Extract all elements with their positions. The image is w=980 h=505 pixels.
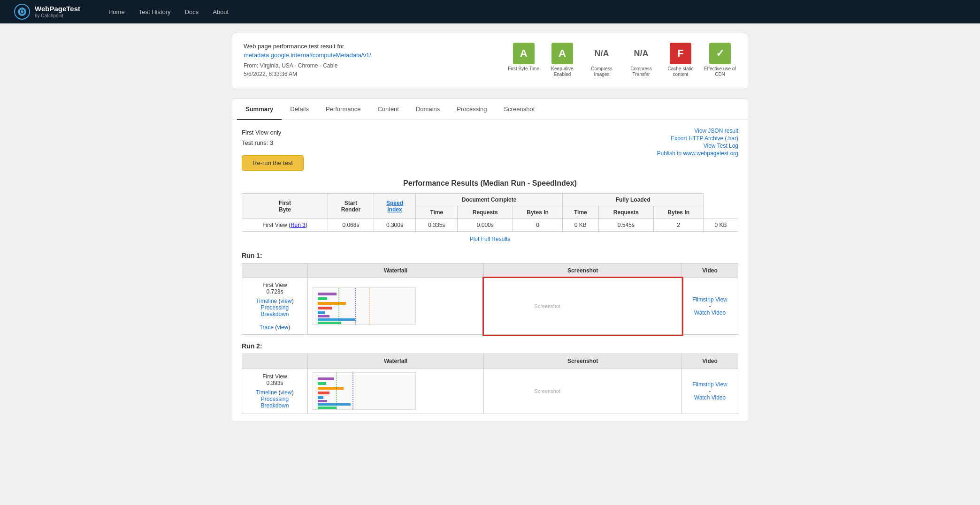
perf-table: FirstByte StartRender SpeedIndex Documen… [242,193,738,232]
cell-doc-bytes: 0 KB [563,219,598,232]
tab-summary[interactable]: Summary [237,99,282,120]
grade-compress-images: N/A Compress Images [585,43,618,77]
logo-icon [14,4,30,20]
col-waterfall-run2: Waterfall [308,354,484,369]
export-har-link[interactable]: Export HTTP Archive (.har) [671,135,738,142]
cell-fl-requests: 2 [654,219,704,232]
brand-sub: by Catchpoint [35,13,80,18]
run1-waterfall-cell [308,278,484,335]
nav-docs[interactable]: Docs [185,8,199,15]
cell-first-byte: 0.068s [328,219,374,232]
grade-box-keep-alive: A [551,43,573,64]
run2-info-cell: First View 0.393s Timeline (view) Proces… [242,369,308,414]
tab-screenshot[interactable]: Screenshot [496,99,544,120]
run1-trace-view[interactable]: view [277,324,288,331]
col-video-run2: Video [682,354,738,369]
tab-details[interactable]: Details [282,99,317,120]
col-doc-complete: Document Complete [416,194,563,206]
grade-first-byte: A First Byte Time [508,43,539,72]
col-empty-run2 [242,354,308,369]
run2-filmstrip-link[interactable]: Filmstrip View [692,381,727,388]
run1-processing-link[interactable]: Processing Breakdown [260,304,289,317]
tab-performance[interactable]: Performance [317,99,369,120]
svg-rect-17 [318,387,344,390]
result-date: 5/6/2022, 6:33:36 AM [244,71,494,77]
svg-rect-19 [318,396,323,399]
rerun-button[interactable]: Re-run the test [242,155,304,171]
perf-title: Performance Results (Median Run - SpeedI… [242,179,738,188]
col-waterfall-run1: Waterfall [308,264,484,278]
grade-label-keep-alive: Keep-alive Enabled [546,66,579,77]
tab-domains[interactable]: Domains [407,99,448,120]
run2-waterfall-cell [308,369,484,414]
plot-link-container: Plot Full Results [242,235,738,242]
cell-fl-bytes: 0 KB [704,219,738,232]
run2-video-cell: Filmstrip View - Watch Video [682,369,738,414]
run1-trace-link[interactable]: Trace [260,324,274,331]
col-screenshot-run1: Screenshot [484,264,682,278]
result-url[interactable]: metadata.google.internal/computeMetadata… [244,52,371,59]
grade-box-first-byte: A [513,43,535,64]
run1-table: Waterfall Screenshot Video First View 0.… [242,263,738,335]
nav-home[interactable]: Home [108,8,125,15]
svg-point-1 [21,10,23,13]
view-info-right: View JSON result Export HTTP Archive (.h… [657,128,738,157]
run1-info-cell: First View 0.723s Timeline (view) Proces… [242,278,308,335]
view-log-link[interactable]: View Test Log [704,143,738,149]
view-info: First View only Test runs: 3 Re-run the … [242,128,738,171]
run3-link[interactable]: Run 3 [291,222,306,228]
col-video-run1: Video [682,264,738,278]
cell-first-view: First View (Run 3) [242,219,328,232]
grade-cdn: ✓ Effective use of CDN [704,43,736,77]
tab-processing[interactable]: Processing [448,99,495,120]
tab-content[interactable]: Content [369,99,407,120]
svg-rect-5 [318,297,327,300]
run1-timeline-view[interactable]: view [281,298,292,304]
svg-rect-22 [318,400,327,402]
speed-index-link[interactable]: SpeedIndex [386,200,403,213]
run2-processing-link[interactable]: Processing Breakdown [260,396,289,409]
svg-rect-15 [318,377,334,380]
nav-about[interactable]: About [213,8,229,15]
run2-timeline-view[interactable]: view [281,389,292,396]
run2-view-label: First View [247,373,303,380]
cell-start-render: 0.300s [374,219,415,232]
result-card: Web page performance test result for met… [232,33,748,89]
col-fl-time: Time [563,206,598,219]
publish-link[interactable]: Publish to www.webpagetest.org [657,150,738,157]
run2-timeline-link[interactable]: Timeline [256,389,277,396]
table-row: First View (Run 3) 0.068s 0.300s 0.335s … [242,219,738,232]
cell-doc-time: 0.000s [458,219,513,232]
run1-watch-video-link[interactable]: Watch Video [694,309,726,316]
svg-rect-4 [318,293,337,295]
headline: Web page performance test result for [244,43,494,50]
svg-rect-23 [318,403,351,406]
run1-video-cell: Filmstrip View - Watch Video [682,278,738,335]
run2-watch-video-link[interactable]: Watch Video [694,394,726,401]
grade-label-compress-transfer: Compress Transfer [625,66,658,77]
svg-rect-7 [318,307,332,309]
run1-label: Run 1: [242,252,738,259]
svg-rect-6 [318,302,346,305]
col-fl-bytes: Bytes In [654,206,704,219]
svg-rect-24 [318,407,337,409]
svg-rect-8 [318,311,325,314]
nav-test-history[interactable]: Test History [139,8,171,15]
runs-label: Test runs: 3 [242,138,304,148]
nav-links: Home Test History Docs About [108,8,229,15]
run1-timeline-link[interactable]: Timeline [256,298,277,304]
grades-container: A First Byte Time A Keep-alive Enabled N… [508,43,736,77]
col-first-byte: FirstByte [242,194,328,219]
from-label: From: Virginia, USA - Chrome - Cable [244,62,494,69]
plot-full-results-link[interactable]: Plot Full Results [470,236,511,242]
run1-filmstrip-link[interactable]: Filmstrip View [692,296,727,303]
navbar: WebPageTest by Catchpoint Home Test Hist… [0,0,980,23]
col-speed-index: SpeedIndex [374,194,415,219]
grade-label-compress-images: Compress Images [585,66,618,77]
tab-list: Summary Details Performance Content Doma… [232,99,748,120]
cell-fl-time: 0.545s [598,219,654,232]
view-json-link[interactable]: View JSON result [694,128,738,134]
grade-box-compress-transfer: N/A [630,43,652,64]
run1-time: 0.723s [247,288,303,295]
run1-screenshot-cell: Screenshot [484,278,682,335]
